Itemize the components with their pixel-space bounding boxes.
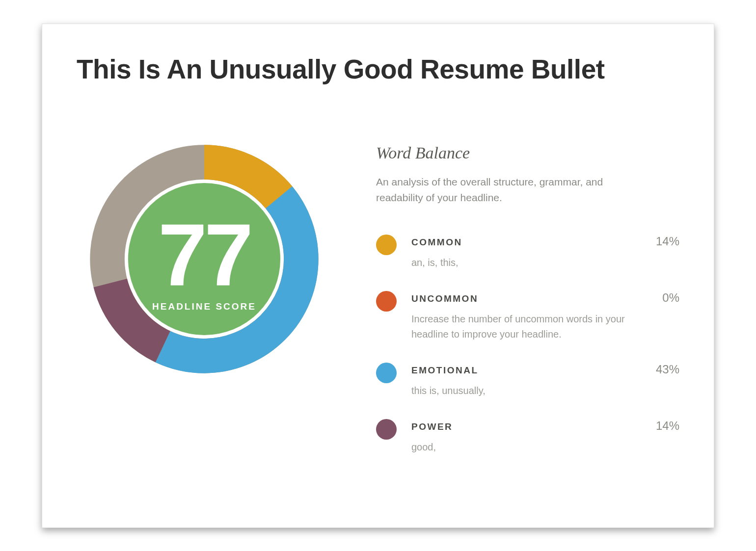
category-name: POWER [411,421,453,432]
category-name: COMMON [411,237,462,248]
category-power: POWER14%good, [376,419,679,455]
category-list: COMMON14%an, is, this,UNCOMMON0%Increase… [376,235,679,455]
category-header: EMOTIONAL43% [411,363,679,376]
category-pct: 14% [656,419,679,433]
category-header: COMMON14% [411,235,679,248]
category-pct: 43% [656,363,679,376]
category-main: EMOTIONAL43%this is, unusually, [411,363,679,398]
category-header: POWER14% [411,419,679,433]
category-main: UNCOMMON0%Increase the number of uncommo… [411,291,679,342]
category-main: POWER14%good, [411,419,679,455]
category-main: COMMON14%an, is, this, [411,235,679,270]
analysis-card: This Is An Unusually Good Resume Bullet … [42,24,714,528]
category-pct: 0% [662,291,679,305]
content-row: 77 HEADLINE SCORE Word Balance An analys… [77,144,679,475]
headline-score-gauge: 77 HEADLINE SCORE [89,144,320,374]
common-dot-icon [376,235,397,255]
score-label: HEADLINE SCORE [152,301,256,312]
category-detail: good, [411,440,657,455]
section-title: Word Balance [376,144,679,162]
section-desc: An analysis of the overall structure, gr… [376,174,651,206]
category-emotional: EMOTIONAL43%this is, unusually, [376,363,679,398]
category-pct: 14% [656,235,679,248]
category-name: UNCOMMON [411,293,478,304]
page-title: This Is An Unusually Good Resume Bullet [77,53,679,85]
category-detail: Increase the number of uncommon words in… [411,312,657,342]
score-value: 77 [158,211,250,299]
category-detail: this is, unusually, [411,383,657,398]
category-common: COMMON14%an, is, this, [376,235,679,270]
power-dot-icon [376,419,397,440]
uncommon-dot-icon [376,291,397,312]
emotional-dot-icon [376,363,397,383]
category-header: UNCOMMON0% [411,291,679,305]
gauge-center: 77 HEADLINE SCORE [89,144,320,374]
category-uncommon: UNCOMMON0%Increase the number of uncommo… [376,291,679,342]
word-balance-panel: Word Balance An analysis of the overall … [376,144,679,475]
gauge-area: 77 HEADLINE SCORE [77,144,332,374]
category-detail: an, is, this, [411,255,657,270]
category-name: EMOTIONAL [411,365,479,376]
